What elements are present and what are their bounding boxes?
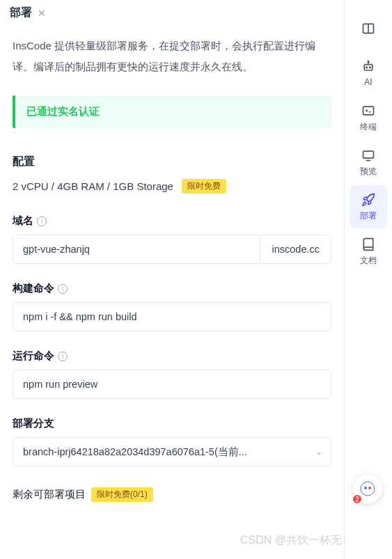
build-field-group: 构建命令 ! xyxy=(13,282,331,331)
sidebar-item-deploy[interactable]: 部署 xyxy=(350,185,387,228)
verified-text: 已通过实名认证 xyxy=(26,105,100,118)
svg-rect-7 xyxy=(363,107,374,115)
sidebar-item-preview[interactable]: 预览 xyxy=(350,141,387,184)
domain-label-text: 域名 xyxy=(13,214,33,228)
build-command-input[interactable] xyxy=(13,302,331,331)
domain-field-group: 域名 ! inscode.cc xyxy=(13,214,331,264)
config-spec: 2 vCPU / 4GB RAM / 1GB Storage xyxy=(13,180,173,192)
panel-description: InsCode 提供轻量级部署服务，在提交部署时，会执行配置进行编译。编译后的制… xyxy=(13,36,331,77)
sidebar-item-label: 文档 xyxy=(360,255,377,267)
sidebar-item-label: 预览 xyxy=(360,166,377,178)
svg-rect-9 xyxy=(363,151,374,158)
sidebar-item-panel[interactable] xyxy=(350,7,387,50)
sidebar-item-terminal[interactable]: 终端 xyxy=(350,96,387,139)
remain-label: 剩余可部署项目 xyxy=(13,488,86,501)
domain-suffix: inscode.cc xyxy=(260,235,331,263)
run-label-text: 运行命令 xyxy=(13,349,54,363)
config-title: 配置 xyxy=(13,155,331,169)
sidebar-item-label: AI xyxy=(364,77,372,87)
branch-select[interactable]: branch-iprj64218a82a2034d397a6076a1-5(当前… xyxy=(13,437,331,466)
branch-label-text: 部署分支 xyxy=(13,417,54,430)
sidebar-item-label: 部署 xyxy=(360,210,377,222)
remain-badge: 限时免费(0/1) xyxy=(91,487,153,502)
info-icon[interactable]: ! xyxy=(58,284,68,294)
svg-point-11 xyxy=(361,482,375,496)
rocket-icon xyxy=(361,192,376,207)
chevron-down-icon: ⌄ xyxy=(315,447,322,457)
branch-field-group: 部署分支 branch-iprj64218a82a2034d397a6076a1… xyxy=(13,417,331,466)
assistant-float-button[interactable]: 2 xyxy=(353,474,382,503)
svg-point-13 xyxy=(368,487,371,489)
deploy-panel: 部署 ✕ InsCode 提供轻量级部署服务，在提交部署时，会执行配置进行编译。… xyxy=(0,0,345,559)
sidebar-item-ai[interactable]: AI xyxy=(350,52,387,95)
book-icon xyxy=(361,237,376,252)
sidebar-item-docs[interactable]: 文档 xyxy=(350,230,387,273)
monitor-icon xyxy=(361,148,376,163)
sidebar-item-label: 终端 xyxy=(360,121,377,133)
remain-line: 剩余可部署项目 限时免费(0/1) xyxy=(13,487,331,502)
config-line: 2 vCPU / 4GB RAM / 1GB Storage 限时免费 xyxy=(13,179,331,194)
panel-scroll[interactable]: InsCode 提供轻量级部署服务，在提交部署时，会执行配置进行编译。编译后的制… xyxy=(0,26,344,559)
close-icon[interactable]: ✕ xyxy=(36,6,47,20)
svg-point-6 xyxy=(368,61,369,63)
run-command-input[interactable] xyxy=(13,370,331,399)
free-badge: 限时免费 xyxy=(182,179,226,194)
notification-badge: 2 xyxy=(352,494,363,505)
domain-label: 域名 ! xyxy=(13,214,331,228)
domain-input[interactable] xyxy=(13,235,260,263)
info-icon[interactable]: ! xyxy=(58,352,68,361)
panel-header: 部署 ✕ xyxy=(0,0,344,26)
build-label-text: 构建命令 xyxy=(13,282,54,295)
branch-label: 部署分支 xyxy=(13,417,331,430)
run-label: 运行命令 ! xyxy=(13,349,331,363)
run-field-group: 运行命令 ! xyxy=(13,349,331,399)
svg-point-3 xyxy=(366,67,368,68)
robot-icon xyxy=(361,59,376,74)
branch-value: branch-iprj64218a82a2034d397a6076a1-5(当前… xyxy=(23,446,310,459)
info-icon[interactable]: ! xyxy=(37,216,47,226)
panel-title: 部署 xyxy=(10,6,32,20)
svg-point-12 xyxy=(364,487,367,489)
svg-point-4 xyxy=(370,67,371,68)
panel-icon xyxy=(361,21,376,36)
build-label: 构建命令 ! xyxy=(13,282,331,295)
domain-input-row: inscode.cc xyxy=(13,235,331,264)
verified-alert: 已通过实名认证 xyxy=(13,95,331,128)
terminal-icon xyxy=(361,103,376,118)
